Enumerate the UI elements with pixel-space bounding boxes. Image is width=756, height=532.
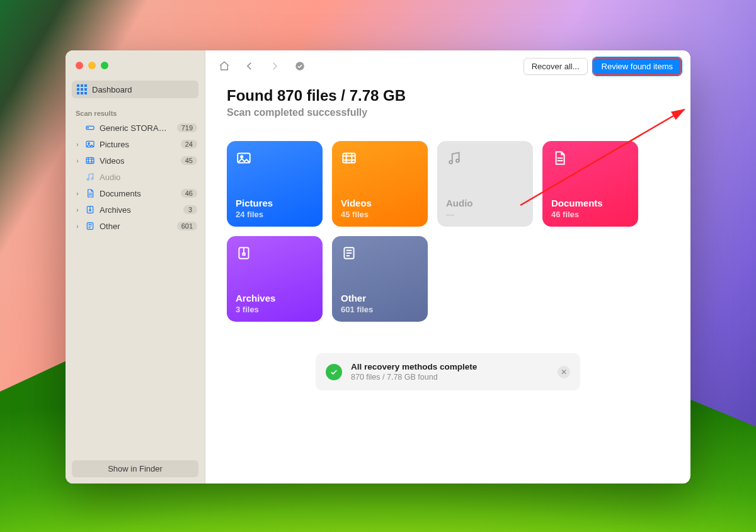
- sidebar-section-header: Scan results: [66, 105, 205, 120]
- card-subtitle: 24 files: [236, 210, 314, 219]
- page-subtitle: Scan completed successfully: [227, 107, 669, 118]
- page-title: Found 870 files / 7.78 GB: [227, 87, 669, 105]
- status-check-icon: [290, 57, 310, 75]
- chevron-right-icon: ›: [74, 207, 81, 213]
- sidebar-item-pictures[interactable]: › Pictures 24: [66, 136, 205, 152]
- sidebar-item-count: 46: [181, 189, 197, 198]
- sidebar-item-count: 24: [181, 140, 197, 149]
- card-archives[interactable]: Archives 3 files: [227, 236, 323, 322]
- status-subtitle: 870 files / 7.78 GB found: [351, 373, 549, 382]
- sidebar-item-count: 3: [183, 205, 197, 214]
- drive-icon: [85, 123, 95, 133]
- svg-point-15: [456, 159, 459, 162]
- status-banner: All recovery methods complete 870 files …: [316, 353, 580, 390]
- card-videos[interactable]: Videos 45 files: [332, 141, 428, 227]
- music-icon: [446, 150, 462, 166]
- svg-rect-17: [243, 253, 244, 255]
- app-window: Dashboard Scan results › Generic STORAG……: [66, 50, 690, 484]
- sidebar: Dashboard Scan results › Generic STORAG……: [66, 50, 205, 484]
- chevron-right-icon: ›: [74, 223, 81, 230]
- card-title: Archives: [236, 293, 314, 303]
- card-subtitle: 601 files: [341, 305, 419, 314]
- music-icon: [85, 172, 95, 182]
- archive-icon: [85, 205, 95, 215]
- main-area: Recover all... Review found items Found …: [205, 50, 690, 484]
- svg-point-14: [449, 161, 452, 164]
- back-button[interactable]: [239, 57, 260, 75]
- sidebar-item-dashboard[interactable]: Dashboard: [72, 81, 198, 98]
- sidebar-item-label: Pictures: [100, 140, 176, 149]
- image-icon: [236, 150, 252, 166]
- other-icon: [341, 245, 357, 261]
- svg-rect-13: [343, 153, 355, 162]
- sidebar-item-audio[interactable]: › Audio: [66, 169, 205, 185]
- sidebar-item-other[interactable]: › Other 601: [66, 218, 205, 234]
- forward-button[interactable]: [265, 57, 285, 75]
- category-cards: Pictures 24 files Videos 45 files Audio …: [227, 141, 669, 322]
- sidebar-item-label: Audio: [100, 173, 197, 182]
- card-pictures[interactable]: Pictures 24 files: [227, 141, 323, 227]
- recover-all-button[interactable]: Recover all...: [524, 58, 588, 75]
- card-title: Documents: [551, 198, 629, 208]
- storage-count: 719: [177, 123, 197, 132]
- card-title: Pictures: [236, 198, 314, 208]
- video-icon: [341, 150, 357, 166]
- image-icon: [85, 139, 95, 149]
- home-button[interactable]: [214, 57, 234, 75]
- card-subtitle: 46 files: [551, 210, 629, 219]
- dismiss-status-button[interactable]: ✕: [558, 366, 570, 378]
- card-subtitle: —: [446, 210, 524, 219]
- zoom-window-button[interactable]: [101, 62, 108, 69]
- grid-icon: [77, 84, 87, 94]
- sidebar-item-videos[interactable]: › Videos 45: [66, 152, 205, 169]
- svg-rect-8: [89, 210, 91, 211]
- card-subtitle: 45 files: [341, 210, 419, 219]
- other-icon: [85, 221, 95, 231]
- sidebar-item-archives[interactable]: › Archives 3: [66, 201, 205, 218]
- check-circle-icon: [326, 364, 342, 380]
- doc-icon: [85, 188, 95, 198]
- storage-label: Generic STORAG…: [100, 123, 173, 133]
- sidebar-item-label: Archives: [100, 205, 179, 215]
- svg-rect-4: [86, 157, 94, 163]
- status-title: All recovery methods complete: [351, 362, 549, 371]
- sidebar-item-label: Documents: [100, 189, 176, 198]
- doc-icon: [551, 150, 568, 166]
- minimize-window-button[interactable]: [88, 62, 96, 69]
- svg-point-6: [91, 178, 93, 179]
- archive-icon: [236, 245, 252, 261]
- svg-point-12: [241, 156, 243, 157]
- video-icon: [85, 156, 95, 166]
- sidebar-item-storage[interactable]: › Generic STORAG… 719: [66, 120, 205, 136]
- chevron-right-icon: ›: [74, 157, 81, 164]
- card-audio[interactable]: Audio —: [437, 141, 533, 227]
- sidebar-item-count: 45: [181, 156, 197, 165]
- show-in-finder-button[interactable]: Show in Finder: [72, 460, 198, 477]
- chevron-right-icon: ›: [74, 190, 81, 197]
- review-found-items-button[interactable]: Review found items: [593, 57, 682, 76]
- chevron-right-icon: ›: [74, 141, 81, 148]
- dashboard-label: Dashboard: [92, 85, 132, 94]
- svg-point-1: [88, 127, 88, 128]
- svg-point-10: [295, 62, 304, 71]
- sidebar-item-documents[interactable]: › Documents 46: [66, 185, 205, 201]
- toolbar: Recover all... Review found items: [205, 50, 690, 82]
- svg-point-3: [88, 143, 89, 144]
- svg-point-5: [87, 179, 89, 181]
- sidebar-item-label: Other: [100, 222, 173, 231]
- card-documents[interactable]: Documents 46 files: [542, 141, 638, 227]
- window-controls: [66, 59, 205, 81]
- card-title: Videos: [341, 198, 419, 208]
- sidebar-item-count: 601: [177, 222, 197, 230]
- sidebar-item-label: Videos: [100, 156, 176, 166]
- card-title: Other: [341, 293, 419, 303]
- close-window-button[interactable]: [76, 62, 83, 69]
- card-subtitle: 3 files: [236, 305, 314, 314]
- card-title: Audio: [446, 198, 524, 208]
- card-other[interactable]: Other 601 files: [332, 236, 428, 322]
